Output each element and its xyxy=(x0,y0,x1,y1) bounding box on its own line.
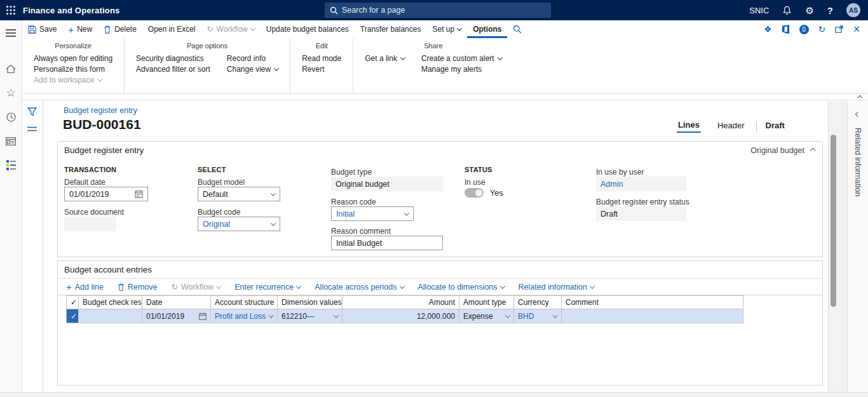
column-budget-check-results[interactable]: Budget check results xyxy=(79,296,142,309)
filter-pane-rail xyxy=(22,101,43,392)
row-select-checkbox[interactable]: ✓ xyxy=(67,309,79,323)
cell-date[interactable]: 01/01/2019 xyxy=(142,309,211,323)
collapse-action-pane-chevron-icon[interactable] xyxy=(857,95,862,100)
related-information-button[interactable]: Related information xyxy=(519,283,594,292)
in-use-by-user-link[interactable]: Admin xyxy=(600,180,623,189)
page-footer-strip xyxy=(0,392,868,397)
column-account-structure[interactable]: Account structure xyxy=(211,296,278,309)
actionpane-search-button[interactable] xyxy=(507,20,527,38)
workspaces-form-icon[interactable] xyxy=(0,133,22,149)
add-to-workspace-button[interactable]: Add to workspace xyxy=(34,76,112,84)
open-in-excel-button[interactable]: Open in Excel xyxy=(142,20,201,38)
cell-budget-check-results[interactable] xyxy=(79,309,142,323)
select-all-header[interactable]: ✓ xyxy=(67,296,79,309)
always-open-for-editing-button[interactable]: Always open for editing xyxy=(34,54,112,63)
settings-gear-icon[interactable]: ⚙ xyxy=(805,6,813,15)
column-comment[interactable]: Comment xyxy=(562,296,743,309)
enter-recurrence-button[interactable]: Enter recurrence xyxy=(234,283,301,292)
in-use-by-user-field: Admin xyxy=(596,177,686,191)
search-input[interactable] xyxy=(342,6,532,15)
view-tabs: Lines Header Draft xyxy=(677,120,785,133)
column-currency[interactable]: Currency xyxy=(514,296,562,309)
advanced-filter-or-sort-button[interactable]: Advanced filter or sort xyxy=(136,65,210,74)
calendar-icon[interactable] xyxy=(199,313,207,320)
notifications-bell-icon[interactable] xyxy=(782,6,792,15)
create-custom-alert-button[interactable]: Create a custom alert xyxy=(421,54,502,63)
grid-workflow-button[interactable]: ↻ Workflow xyxy=(172,282,221,292)
budget-code-dropdown[interactable]: Original xyxy=(198,217,280,231)
column-date[interactable]: Date xyxy=(142,296,211,309)
user-avatar[interactable]: AS xyxy=(846,3,860,17)
cell-comment[interactable] xyxy=(562,309,743,323)
in-use-toggle[interactable]: Yes xyxy=(465,188,503,198)
workflow-refresh-icon: ↻ xyxy=(172,282,178,292)
delete-button[interactable]: Delete xyxy=(98,20,142,38)
hamburger-menu-icon[interactable] xyxy=(0,25,22,41)
update-budget-balances-button[interactable]: Update budget balances xyxy=(261,20,355,38)
new-button[interactable]: + New xyxy=(62,20,98,38)
show-list-icon[interactable] xyxy=(27,126,37,131)
chevron-down-icon xyxy=(505,313,510,318)
budget-code-label: Budget code xyxy=(198,208,240,217)
tab-lines[interactable]: Lines xyxy=(677,120,701,133)
record-info-button[interactable]: Record info xyxy=(227,54,278,63)
add-line-button[interactable]: + Add line xyxy=(66,282,104,292)
cell-currency[interactable]: BHD xyxy=(514,309,562,323)
cell-amount[interactable]: 12,000.000 xyxy=(342,309,459,323)
tab-header[interactable]: Header xyxy=(716,121,746,132)
expand-related-panel-chevron-icon[interactable] xyxy=(855,112,860,117)
calendar-icon[interactable] xyxy=(135,190,143,198)
security-diagnostics-button[interactable]: Security diagnostics xyxy=(136,54,210,63)
entry-status-field: Draft xyxy=(596,206,686,221)
revert-button[interactable]: Revert xyxy=(302,65,341,74)
change-view-button[interactable]: Change view xyxy=(227,65,278,74)
set-up-menu-button[interactable]: Set up xyxy=(426,20,467,38)
budget-register-entry-section-header[interactable]: Budget register entry Original budget xyxy=(58,142,822,158)
chevron-down-icon xyxy=(271,220,276,225)
top-navigation-bar: Finance and Operations SNIC ⚙ ? AS xyxy=(0,0,868,20)
read-mode-button[interactable]: Read mode xyxy=(302,54,341,63)
office-icon[interactable] xyxy=(782,25,790,34)
column-amount-type[interactable]: Amount type xyxy=(459,296,514,309)
favorites-star-icon[interactable]: ☆ xyxy=(0,85,22,100)
reason-comment-input[interactable]: Initial Budget xyxy=(331,236,443,250)
allocate-to-dimensions-button[interactable]: Allocate to dimensions xyxy=(418,283,505,292)
options-tab[interactable]: Options xyxy=(467,20,507,38)
related-information-label[interactable]: Related information xyxy=(853,128,862,196)
column-amount[interactable]: Amount xyxy=(342,296,459,309)
transfer-balances-button[interactable]: Transfer balances xyxy=(355,20,427,38)
company-picker[interactable]: SNIC xyxy=(749,6,769,15)
personalize-this-form-button[interactable]: Personalize this form xyxy=(34,65,112,74)
default-date-input[interactable]: 01/01/2019 xyxy=(64,187,148,201)
budget-model-dropdown[interactable]: Default xyxy=(198,187,280,201)
scrollbar-thumb[interactable] xyxy=(831,135,836,307)
page-search-box[interactable] xyxy=(325,3,551,18)
allocate-across-periods-button[interactable]: Allocate across periods xyxy=(315,283,403,292)
recent-clock-icon[interactable] xyxy=(0,109,22,124)
save-button[interactable]: Save xyxy=(22,20,62,38)
budget-account-entries-section-header[interactable]: Budget account entries xyxy=(58,261,822,278)
app-launcher-waffle-icon[interactable] xyxy=(0,0,22,20)
column-dimension-values[interactable]: Dimension values xyxy=(278,296,342,309)
home-icon[interactable] xyxy=(0,61,22,76)
help-icon[interactable]: ? xyxy=(827,6,833,15)
cell-amount-type[interactable]: Expense xyxy=(459,309,514,323)
group-status: STATUS xyxy=(465,166,492,173)
filter-funnel-icon[interactable] xyxy=(27,107,37,116)
cell-account-structure[interactable]: Profit and Loss xyxy=(211,309,278,323)
breadcrumb[interactable]: Budget register entry xyxy=(64,106,137,115)
workflow-menu-button[interactable]: ↻ Workflow xyxy=(201,20,261,38)
collapse-section-chevron-icon[interactable] xyxy=(810,147,815,152)
manage-my-alerts-button[interactable]: Manage my alerts xyxy=(421,65,502,74)
personalization-sparkle-icon[interactable]: ❖ xyxy=(764,24,772,34)
chevron-down-icon xyxy=(553,313,558,318)
modules-list-icon[interactable] xyxy=(0,158,22,173)
cell-dimension-values[interactable]: 612210--- xyxy=(278,309,342,323)
get-a-link-button[interactable]: Get a link xyxy=(365,54,405,63)
reason-code-dropdown[interactable]: Initial xyxy=(331,206,414,221)
close-icon[interactable]: ✕ xyxy=(853,24,860,34)
messages-badge-icon[interactable]: 0 xyxy=(799,25,809,34)
remove-button[interactable]: Remove xyxy=(118,283,158,292)
refresh-icon[interactable]: ↻ xyxy=(818,24,826,34)
open-in-new-window-icon[interactable] xyxy=(835,25,843,33)
